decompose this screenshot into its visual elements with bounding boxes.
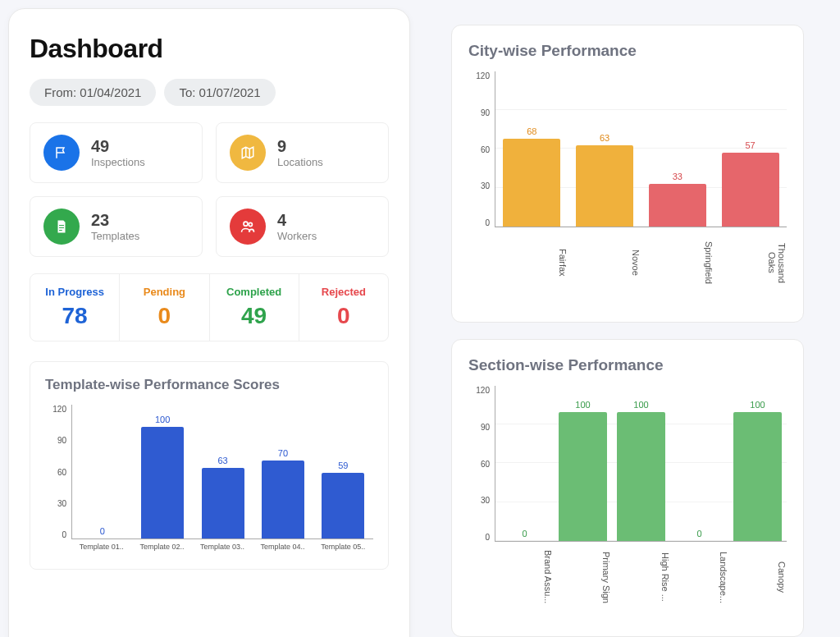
chart-body: 1209060300 68633357 FairfaxNovoeSpringfi…	[468, 71, 787, 227]
chart-title: Section-wise Performance	[468, 356, 787, 374]
bar-value: 68	[527, 126, 536, 136]
status-pending[interactable]: Pending 0	[120, 274, 209, 341]
status-completed[interactable]: Completed 49	[210, 274, 299, 341]
x-label: High Rise ...	[611, 542, 669, 607]
bar-rect	[617, 412, 665, 542]
svg-point-1	[249, 222, 252, 226]
bar-rect	[262, 461, 304, 538]
bar[interactable]: 57	[714, 71, 787, 227]
bar-value: 100	[750, 400, 765, 410]
status-label: Rejected	[303, 286, 385, 298]
bar[interactable]: 100	[554, 386, 612, 541]
stat-label: Workers	[277, 230, 317, 242]
flag-icon	[43, 135, 80, 171]
bar-rect	[649, 184, 706, 227]
filter-from[interactable]: From: 01/04/2021	[30, 79, 156, 106]
bar-rect	[559, 412, 607, 542]
bar[interactable]: 100	[132, 405, 192, 538]
stat-label: Templates	[91, 230, 139, 242]
bar[interactable]: 0	[72, 405, 132, 538]
x-label: Template 03..	[192, 539, 253, 561]
bar[interactable]: 63	[568, 71, 641, 227]
stat-inspections[interactable]: 49 Inspections	[30, 122, 203, 183]
stat-value: 9	[277, 138, 323, 154]
bar-rect	[722, 153, 779, 227]
bar-value: 63	[600, 133, 609, 143]
page-title: Dashboard	[30, 34, 389, 64]
bar[interactable]: 59	[313, 405, 373, 538]
date-filters: From: 01/04/2021 To: 01/07/2021	[30, 79, 389, 106]
map-icon	[230, 135, 266, 171]
bar-value: 0	[522, 529, 527, 538]
stat-grid: 49 Inspections 9 Locations 23	[30, 122, 389, 257]
x-label: Primary Sign	[553, 542, 611, 607]
bar-value: 70	[278, 448, 288, 458]
status-in-progress[interactable]: In Progress 78	[30, 274, 120, 341]
bar-value: 63	[217, 456, 227, 465]
status-label: In Progress	[34, 286, 116, 298]
chart-body: 1209060300 01001000100 Brand Assu...Prim…	[468, 386, 787, 542]
x-label: Template 02..	[132, 539, 193, 561]
x-label: Template 04..	[253, 539, 313, 561]
status-label: Completed	[213, 286, 295, 298]
bar[interactable]: 100	[612, 386, 670, 541]
y-axis: 1209060300	[468, 71, 493, 227]
x-label: Springfield	[641, 227, 714, 293]
chart-city: City-wise Performance 1209060300 6863335…	[451, 25, 804, 323]
x-axis: Template 01..Template 02..Template 03..T…	[71, 539, 373, 561]
status-value: 0	[303, 303, 385, 329]
x-axis: FairfaxNovoeSpringfieldThousand Oaks	[495, 227, 787, 293]
bar-rect	[503, 139, 560, 227]
y-axis: 1209060300	[45, 405, 70, 539]
bars: 01001000100	[495, 386, 787, 542]
chart-title: City-wise Performance	[468, 42, 787, 60]
x-label: Landscape...	[670, 542, 728, 607]
status-rejected[interactable]: Rejected 0	[299, 274, 388, 341]
stat-value: 23	[91, 212, 139, 228]
chart-body: 1209060300 0100637059 Template 01..Templ…	[45, 405, 373, 561]
status-label: Pending	[123, 286, 205, 298]
stat-label: Inspections	[91, 156, 145, 168]
status-value: 49	[213, 303, 295, 329]
bar-value: 59	[338, 461, 348, 470]
bar-value: 57	[746, 140, 756, 150]
bar-rect	[202, 468, 244, 538]
bars: 0100637059	[71, 405, 373, 539]
bar[interactable]: 33	[641, 71, 714, 227]
bar[interactable]: 100	[728, 386, 787, 541]
bar[interactable]: 0	[670, 386, 728, 541]
bar[interactable]: 68	[495, 71, 568, 227]
x-label: Thousand Oaks	[714, 227, 787, 293]
bars: 68633357	[495, 71, 787, 227]
x-axis: Brand Assu...Primary SignHigh Rise ...La…	[495, 542, 787, 607]
bar[interactable]: 63	[193, 405, 253, 538]
bar-rect	[576, 145, 633, 227]
stat-templates[interactable]: 23 Templates	[30, 196, 203, 257]
bar-rect	[322, 473, 364, 538]
stat-label: Locations	[277, 156, 323, 168]
x-label: Template 01..	[71, 539, 132, 561]
x-label: Novoe	[568, 227, 641, 293]
x-label: Brand Assu...	[495, 542, 553, 607]
bar-value: 100	[155, 415, 170, 424]
users-icon	[230, 209, 266, 245]
stat-value: 49	[91, 138, 145, 154]
bar-value: 100	[575, 400, 590, 410]
chart-section: Section-wise Performance 1209060300 0100…	[451, 339, 804, 637]
bar-value: 0	[100, 526, 105, 536]
bar-rect	[733, 412, 782, 542]
status-value: 0	[123, 303, 205, 329]
stat-workers[interactable]: 4 Workers	[216, 196, 389, 257]
bar[interactable]: 0	[495, 386, 554, 541]
chart-title: Template-wise Performance Scores	[45, 377, 373, 393]
y-axis: 1209060300	[468, 386, 493, 542]
stat-locations[interactable]: 9 Locations	[216, 122, 389, 183]
right-panel: City-wise Performance 1209060300 6863335…	[435, 8, 820, 637]
filter-to[interactable]: To: 01/07/2021	[164, 79, 275, 106]
x-label: Template 05..	[313, 539, 373, 561]
x-label: Canopy	[728, 542, 787, 607]
document-icon	[43, 209, 80, 245]
bar-value: 0	[696, 529, 701, 538]
bar-value: 100	[633, 400, 648, 410]
bar[interactable]: 70	[253, 405, 313, 538]
